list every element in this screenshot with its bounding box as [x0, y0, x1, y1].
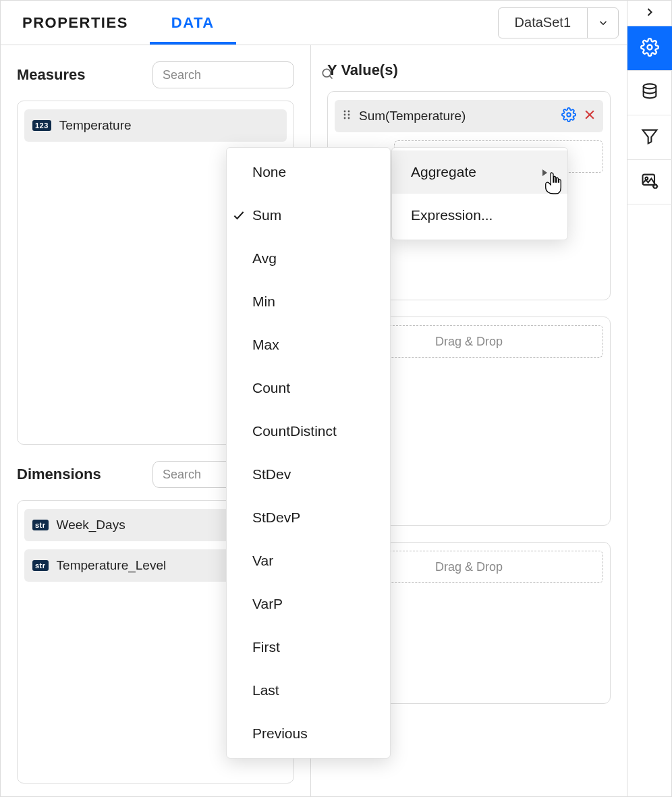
svg-point-14 — [644, 84, 656, 88]
aggregate-option-countdistinct[interactable]: CountDistinct — [227, 410, 390, 453]
side-rail — [627, 1, 671, 796]
svg-marker-18 — [542, 169, 547, 176]
aggregate-option-varp[interactable]: VarP — [227, 582, 390, 626]
database-icon — [640, 82, 659, 104]
menu-item-aggregate-label: Aggregate — [411, 164, 476, 180]
aggregate-option-label: Count — [252, 380, 290, 396]
dropzone-3-label: Drag & Drop — [435, 560, 503, 574]
aggregate-option-stdev[interactable]: StDev — [227, 453, 390, 496]
rail-image-button[interactable] — [627, 160, 672, 204]
measures-title: Measures — [17, 66, 86, 84]
aggregate-option-label: StDev — [252, 466, 291, 483]
dimension-field-label: Temperature_Level — [57, 558, 167, 573]
image-settings-icon — [640, 171, 659, 193]
gear-icon[interactable] — [561, 107, 576, 126]
measure-field[interactable]: 123Temperature — [24, 109, 287, 142]
aggregate-option-min[interactable]: Min — [227, 280, 390, 323]
chevron-right-icon — [643, 5, 656, 22]
aggregate-option-sum[interactable]: Sum — [227, 194, 390, 237]
svg-point-5 — [348, 111, 350, 113]
dimensions-title: Dimensions — [17, 466, 101, 483]
check-icon — [229, 209, 248, 222]
aggregate-option-label: Var — [252, 553, 273, 569]
menu-item-expression[interactable]: Expression... — [392, 194, 567, 237]
aggregate-option-label: Min — [252, 294, 275, 310]
rail-data-button[interactable] — [627, 71, 672, 115]
filter-icon — [640, 127, 659, 148]
tab-properties[interactable]: PROPERTIES — [1, 1, 150, 45]
menu-item-aggregate[interactable]: Aggregate — [392, 150, 567, 194]
gear-icon — [640, 38, 659, 59]
svg-point-4 — [344, 111, 346, 113]
dimension-field-label: Week_Days — [57, 518, 125, 532]
yvalue-context-menu: Aggregate Expression... — [391, 147, 568, 240]
measures-search[interactable] — [152, 61, 294, 88]
yvalues-header: Y Value(s) — [327, 61, 611, 79]
dataset-select[interactable]: DataSet1 — [498, 7, 619, 38]
svg-point-10 — [567, 113, 571, 117]
aggregate-option-previous[interactable]: Previous — [227, 712, 390, 755]
aggregate-option-last[interactable]: Last — [227, 669, 390, 712]
chevron-down-icon — [587, 8, 618, 38]
string-type-icon: str — [32, 520, 49, 530]
aggregate-option-count[interactable]: Count — [227, 366, 390, 410]
tab-properties-label: PROPERTIES — [22, 14, 128, 32]
svg-point-13 — [648, 45, 652, 49]
aggregate-option-avg[interactable]: Avg — [227, 237, 390, 280]
aggregate-option-stdevp[interactable]: StDevP — [227, 496, 390, 539]
aggregate-option-label: Last — [252, 682, 279, 698]
measures-header: Measures — [17, 61, 294, 88]
aggregate-option-var[interactable]: Var — [227, 539, 390, 582]
yvalue-item[interactable]: Sum(Temperature) — [335, 100, 603, 132]
svg-point-9 — [348, 117, 350, 119]
aggregate-option-first[interactable]: First — [227, 626, 390, 669]
measures-search-input[interactable] — [161, 67, 320, 83]
aggregate-option-label: Sum — [252, 207, 281, 223]
aggregate-option-label: Previous — [252, 725, 308, 742]
aggregate-option-label: VarP — [252, 596, 283, 612]
caret-right-icon — [527, 164, 549, 180]
measure-field-label: Temperature — [59, 118, 132, 133]
rail-collapse-button[interactable] — [627, 1, 672, 26]
yvalues-title: Y Value(s) — [327, 61, 398, 79]
aggregate-option-label: First — [252, 639, 280, 655]
svg-point-8 — [344, 117, 346, 119]
tabs-row: PROPERTIES DATA DataSet1 — [1, 1, 627, 45]
rail-filter-button[interactable] — [627, 115, 672, 160]
aggregate-option-label: StDevP — [252, 510, 300, 526]
close-icon[interactable] — [583, 108, 596, 125]
aggregate-option-none[interactable]: None — [227, 150, 390, 194]
svg-point-7 — [348, 114, 350, 116]
svg-point-6 — [344, 114, 346, 116]
yvalue-label: Sum(Temperature) — [359, 109, 466, 123]
aggregate-option-label: CountDistinct — [252, 423, 337, 439]
tab-data-label: DATA — [171, 14, 215, 32]
tab-data[interactable]: DATA — [150, 1, 236, 45]
aggregate-submenu: NoneSumAvgMinMaxCountCountDistinctStDevS… — [226, 147, 391, 759]
menu-item-expression-label: Expression... — [411, 207, 493, 223]
aggregate-option-label: None — [252, 164, 286, 180]
aggregate-option-label: Avg — [252, 250, 277, 267]
aggregate-option-label: Max — [252, 337, 279, 353]
drag-handle-icon[interactable] — [341, 109, 352, 123]
rail-properties-button[interactable] — [627, 26, 672, 71]
string-type-icon: str — [32, 560, 49, 571]
aggregate-option-max[interactable]: Max — [227, 323, 390, 366]
dataset-selected-label: DataSet1 — [499, 15, 587, 30]
numeric-type-icon: 123 — [32, 120, 51, 131]
dropzone-2-label: Drag & Drop — [435, 335, 503, 349]
